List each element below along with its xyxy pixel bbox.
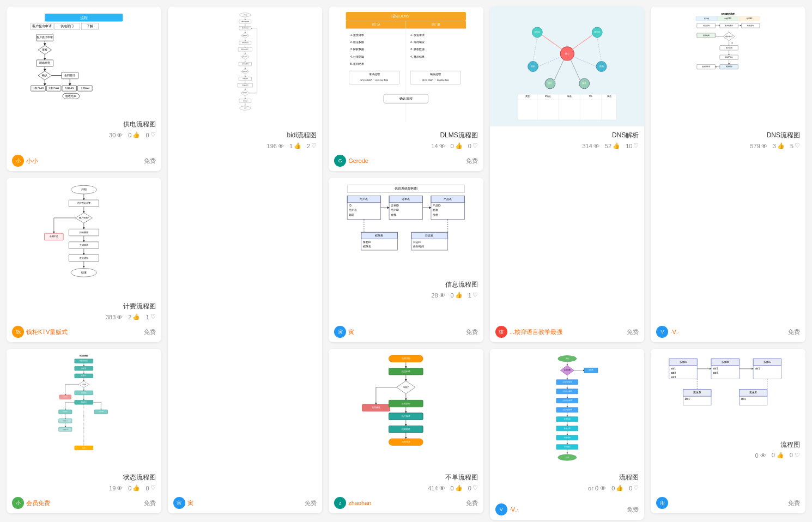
svg-text:名称: 名称	[433, 208, 438, 211]
card-3: 报告DLMS 部门A 部门B 1. 接受请求 2. 验证权限 3. 解析数据 4…	[329, 7, 483, 171]
card-1-avatar: 小	[12, 155, 24, 167]
card-11-footer: 免费 用	[651, 495, 805, 513]
svg-text:迭代查询: 迭代查询	[726, 47, 732, 49]
svg-text:结束: 结束	[81, 271, 87, 274]
card-11-stats: ♡ 0 👍 0 👁 0	[656, 452, 800, 459]
diagram-table1: 报告DLMS 部门A 部门B 1. 接受请求 2. 验证权限 3. 解析数据 4…	[333, 11, 479, 122]
view-icon: 👁	[117, 132, 123, 138]
card-8: 状态流程图 初始化状态 待处理 处理中 处理结果 待审核	[7, 349, 161, 513]
stat-views: 👁 30	[109, 132, 123, 138]
svg-text:5. 返回结果: 5. 返回结果	[350, 62, 365, 65]
diagram-flowchart2: 初始化 读取初始化参数 建立通信连接 连接成功? 获取设备信息	[172, 11, 318, 122]
svg-text:结束: 结束	[82, 447, 86, 449]
diagram-partial11: 实体A attr1 attr2 attr3 实体B attr1 attr2 实体…	[655, 353, 801, 432]
svg-text:IP地址: IP地址	[544, 95, 551, 98]
svg-text:供电部门: 供电部门	[60, 24, 74, 28]
svg-text:处理中: 处理中	[81, 374, 86, 377]
card-2-footer: 免费 寅 寅	[168, 495, 323, 513]
svg-text:请求处理: 请求处理	[369, 72, 380, 76]
card-7-footer: 免费 寅 寅	[329, 324, 483, 342]
card-11: 实体A attr1 attr2 attr3 实体B attr1 attr2 实体…	[651, 349, 805, 513]
card-11-body: 流程图 ♡ 0 👍 0 👁 0	[651, 436, 805, 495]
svg-text:审批?: 审批?	[403, 386, 409, 389]
svg-text:待处理: 待处理	[81, 367, 86, 369]
svg-text:现场勘查: 现场勘查	[39, 61, 50, 64]
svg-text:余额不足: 余额不足	[50, 235, 58, 238]
card-5-avatar: V	[656, 326, 668, 338]
card-6-footer: 免费 钱柜KTV量贩式 钱	[7, 324, 161, 342]
stat-views: 👁 196	[267, 143, 284, 149]
card-5-title: DNS流程图	[656, 131, 800, 140]
card-5-stats: ♡ 5 👍 3 👁 579	[656, 142, 800, 149]
svg-text:核心: 核心	[565, 52, 569, 55]
card-10: 开始 条件判断 路径A 主流程步骤1 主流程步骤2 主流程步骤3	[490, 349, 645, 520]
card-11-title: 流程图	[656, 440, 800, 450]
card-2-title: bidi流程图	[173, 131, 317, 140]
svg-text:流程: 流程	[80, 16, 88, 20]
svg-text:attr1: attr1	[713, 367, 718, 370]
svg-text:DNS解析流程: DNS解析流程	[722, 13, 736, 15]
svg-text:确认流程: 确认流程	[399, 96, 413, 100]
svg-text:小客户LAN: 小客户LAN	[33, 87, 44, 89]
svg-text:when data? → display data: when data? → display data	[422, 78, 449, 81]
card-3-stats: ♡ 0 👍 0 👁 14	[334, 142, 478, 149]
card-8-body: 状态流程图 ♡ 0 👍 0 👁 19	[7, 469, 161, 495]
svg-text:连接服务器: 连接服务器	[702, 65, 710, 68]
svg-text:审核通过: 审核通过	[81, 401, 87, 403]
card-10-stats: ♡ 0 👍 0 👁 or 0	[495, 484, 639, 491]
svg-text:更新缓存: 更新缓存	[726, 65, 732, 68]
card-2-stats: ♡ 2 👍 1 👁 196	[173, 142, 317, 149]
svg-text:响应处理: 响应处理	[430, 72, 441, 76]
stat-likes: 👍 1	[289, 142, 301, 149]
card-1-stats: ♡ 0 👍 0 👁 30	[12, 131, 156, 138]
card-9: 流程开始 提交申请 审批? 退回修改 批准执行	[329, 349, 483, 513]
card-2-tag: 免费	[305, 499, 317, 507]
svg-text:开始: 开始	[566, 357, 569, 360]
card-4-title: DNS解析	[495, 131, 639, 140]
card-4-footer: 免费 核弹语言教学最强... 核	[490, 324, 645, 342]
svg-text:完成流程B: 完成流程B	[99, 411, 104, 412]
svg-text:账户余额?: 账户余额?	[79, 216, 89, 219]
card-10-avatar: V	[495, 503, 507, 515]
card-11-avatar: 用	[656, 497, 668, 509]
card-6-stats: ♡ 1 👍 2 👁 383	[12, 313, 156, 320]
card-8-footer: 免费 会员免费 小	[7, 495, 161, 513]
diagram-flowchart1: 流程 客户提出申请 供电部门 了解 客户提出申请 审核 现场勘查 确认	[11, 11, 157, 111]
svg-text:金额: 金额	[391, 213, 396, 216]
svg-text:待审核: 待审核	[81, 392, 86, 394]
svg-text:主流程步骤3: 主流程步骤3	[562, 399, 572, 402]
card-7-title: 信息流程图	[334, 280, 478, 289]
svg-text:DNS1: DNS1	[534, 31, 540, 33]
svg-text:attr2: attr2	[713, 372, 718, 374]
svg-text:日志ID: 日志ID	[413, 240, 421, 244]
svg-text:路由: 路由	[599, 65, 603, 68]
svg-text:attr1: attr1	[671, 367, 676, 370]
svg-text:报告DLMS: 报告DLMS	[391, 14, 410, 18]
svg-text:DNS2: DNS2	[594, 31, 599, 33]
svg-text:attr1: attr1	[741, 398, 747, 400]
card-5: DNS解析流程 客户端 本地DNS 根DNS 发起查询 查本地缓存 转发查询	[651, 7, 805, 342]
card-9-body: 不单流程图 ♡ 0 👍 0 👁 414	[329, 469, 483, 495]
svg-text:提交申请: 提交申请	[402, 370, 410, 373]
svg-text:条件判断: 条件判断	[564, 369, 571, 371]
card-3-footer: 免费 Gerode G	[329, 153, 483, 171]
svg-text:1. 接受请求: 1. 接受请求	[350, 33, 365, 37]
svg-text:大客户LAN: 大客户LAN	[49, 87, 59, 89]
svg-text:部门A: 部门A	[372, 22, 381, 26]
svg-text:attr2: attr2	[671, 372, 676, 374]
svg-text:主流程步骤1: 主流程步骤1	[562, 381, 572, 383]
card-1-body: 供电流程图 ♡ 0 👍 0 👁 30	[7, 116, 161, 153]
svg-text:获取IP地址: 获取IP地址	[725, 56, 734, 58]
svg-text:批准执行: 批准执行	[402, 402, 410, 405]
svg-text:查本地缓存: 查本地缓存	[725, 25, 733, 27]
svg-text:路由: 路由	[531, 65, 535, 68]
svg-text:用户发起计费: 用户发起计费	[77, 202, 90, 204]
svg-text:用户ID: 用户ID	[391, 208, 399, 211]
card-7-avatar: 寅	[334, 326, 346, 338]
svg-text:信息系统架构图: 信息系统架构图	[395, 186, 417, 190]
svg-text:attr1: attr1	[755, 367, 761, 370]
card-5-body: DNS流程图 ♡ 5 👍 3 👁 579	[651, 126, 805, 324]
svg-text:1. 发送请求: 1. 发送请求	[410, 33, 425, 37]
card-7-stats: ♡ 1 👍 0 👁 28	[334, 292, 478, 299]
card-1-footer: 免费 小小 小	[7, 153, 161, 171]
